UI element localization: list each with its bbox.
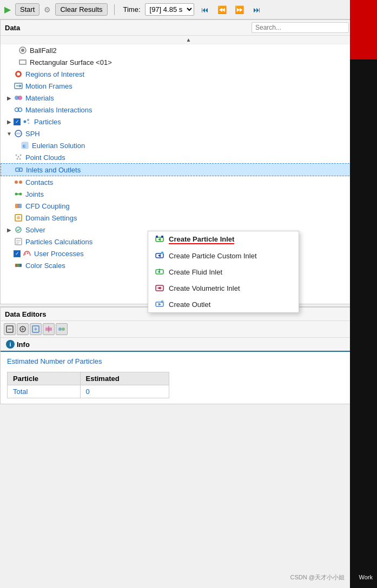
time-label: Time: — [123, 5, 141, 14]
scroll-up-button[interactable]: ▲ — [1, 36, 376, 44]
data-panel-title: Data — [5, 24, 20, 32]
col-header-estimated: Estimated — [80, 372, 169, 385]
watermark: CSDN @天才小小姐 — [290, 573, 345, 582]
tool-btn-2[interactable] — [17, 323, 29, 335]
menu-create-fluid-inlet[interactable]: Create Fluid Inlet — [148, 264, 299, 280]
tree-item-matint[interactable]: Materials Interactions — [1, 104, 376, 116]
tree-item-cfd[interactable]: CFD Coupling — [1, 200, 376, 212]
tool-btn-5[interactable] — [56, 323, 68, 335]
info-icon: i — [6, 340, 15, 349]
table-row: Total 0 — [8, 385, 169, 398]
svg-marker-56 — [158, 303, 161, 306]
particles-label: Particles — [34, 118, 61, 126]
outlet-icon — [155, 299, 164, 309]
colorscales-icon — [14, 260, 23, 270]
tool-btn-1[interactable] — [4, 323, 16, 335]
tree-item-sph[interactable]: ▼ SPH 👁 — [1, 128, 376, 139]
svg-rect-30 — [18, 204, 22, 208]
particles-table: Particle Estimated Total 0 — [7, 372, 169, 398]
tree-item-regions[interactable]: Regions of Interest — [1, 68, 376, 80]
nav-last-button[interactable]: ⏭ — [250, 3, 263, 16]
svg-marker-43 — [158, 238, 161, 241]
point-clouds-icon — [14, 152, 23, 162]
menu-create-particle-custom-inlet[interactable]: + Create Particle Custom Inlet — [148, 248, 299, 264]
svg-point-9 — [18, 96, 22, 100]
solver-expand[interactable]: ▶ — [5, 225, 14, 234]
tree-item-inlets[interactable]: Inlets and Outlets — [1, 163, 376, 176]
point-clouds-label: Point Clouds — [25, 153, 65, 162]
sph-icon — [14, 129, 23, 138]
joints-icon — [14, 189, 23, 199]
menu-create-outlet[interactable]: Create Outlet — [148, 296, 299, 312]
matint-icon — [14, 105, 23, 115]
data-search-input[interactable] — [252, 22, 349, 33]
inlets-label: Inlets and Outlets — [26, 166, 81, 174]
materials-label: Materials — [25, 94, 54, 102]
menu-create-outlet-label: Create Outlet — [169, 300, 210, 309]
svg-text:E: E — [23, 144, 26, 149]
time-select[interactable]: [97] 4.85 s [96] 4.80 s — [145, 3, 194, 16]
motion-icon — [14, 81, 23, 91]
cfd-label: CFD Coupling — [25, 202, 70, 210]
svg-rect-44 — [156, 236, 158, 238]
user-icon — [22, 249, 32, 258]
right-panel — [350, 0, 377, 588]
contacts-expand — [5, 178, 14, 186]
editors-panel: Data Editors ⧉ ✕ i Info Estimated Number… — [0, 306, 377, 404]
svg-point-4 — [17, 72, 20, 76]
separator — [114, 4, 115, 15]
svg-point-18 — [16, 155, 17, 156]
nav-prev-button[interactable]: ⏪ — [216, 3, 229, 16]
svg-rect-41 — [15, 264, 22, 267]
info-tab[interactable]: i Info — [1, 338, 376, 352]
context-menu: Create Particle Inlet + Create Particle … — [148, 231, 299, 313]
table-header-row: Particle Estimated — [8, 372, 169, 385]
tool-btn-4[interactable] — [43, 323, 55, 335]
tree-item-rect-surface[interactable]: Rectangular Surface <01> 👁 — [1, 56, 376, 68]
user-checkbox[interactable]: ✓ — [14, 250, 21, 257]
menu-create-particle-inlet[interactable]: Create Particle Inlet — [148, 231, 299, 248]
motion-label: Motion Frames — [25, 82, 72, 90]
start-button[interactable]: Start — [15, 3, 39, 16]
menu-create-volumetric-inlet-label: Create Volumetric Inlet — [169, 284, 240, 292]
cfd-expand — [5, 202, 14, 210]
svg-marker-7 — [19, 84, 22, 88]
svg-point-57 — [161, 300, 164, 303]
svg-point-26 — [19, 181, 22, 184]
ball-icon — [18, 45, 28, 55]
nav-next-button[interactable]: ⏩ — [233, 3, 246, 16]
particles-checkbox[interactable]: ✓ — [14, 118, 21, 125]
point-clouds-expand — [5, 153, 14, 162]
tree-item-ballfall2[interactable]: BallFall2 👁 — [1, 44, 376, 56]
tree-item-motion[interactable]: Motion Frames — [1, 80, 376, 92]
tree-item-euler[interactable]: E Eulerian Solution 👁 — [1, 139, 376, 151]
rect-surface-label: Rectangular Surface <01> — [30, 58, 112, 66]
calc-icon — [14, 237, 23, 246]
menu-create-volumetric-inlet[interactable]: Create Volumetric Inlet — [148, 280, 299, 296]
tree-item-point-clouds[interactable]: Point Clouds — [1, 151, 376, 163]
nav-first-button[interactable]: ⏮ — [199, 3, 211, 16]
particles-icon — [22, 117, 32, 126]
tree-item-materials[interactable]: ▶ Materials — [1, 92, 376, 104]
editors-content: Estimated Number of Particles Particle E… — [1, 352, 376, 404]
materials-expand[interactable]: ▶ — [5, 93, 14, 102]
data-panel: Data ⧉ ✕ ▲ BallFall2 👁 Rectangular Surfa… — [0, 19, 377, 304]
tree-item-contacts[interactable]: Contacts — [1, 176, 376, 188]
tool-btn-3[interactable] — [30, 323, 42, 335]
info-tab-label: Info — [17, 340, 30, 349]
tree-item-joints[interactable]: Joints — [1, 188, 376, 200]
matint-label: Materials Interactions — [25, 106, 92, 114]
menu-create-fluid-inlet-label: Create Fluid Inlet — [169, 268, 222, 276]
svg-point-19 — [18, 156, 19, 158]
domain-expand — [5, 213, 14, 222]
tree-item-particles[interactable]: ▶ ✓ Particles 👁 — [1, 116, 376, 128]
table-cell-estimated: 0 — [80, 385, 169, 398]
tree-item-domain[interactable]: Domain Settings — [1, 212, 376, 224]
sph-expand[interactable]: ▼ — [5, 129, 14, 138]
svg-point-69 — [62, 328, 65, 331]
main-toolbar: ▶ Start ⚙ Clear Results Time: [97] 4.85 … — [0, 0, 377, 19]
svg-rect-29 — [15, 204, 18, 208]
particles-expand[interactable]: ▶ — [5, 117, 14, 126]
work-label: Work — [357, 573, 375, 582]
clear-results-button[interactable]: Clear Results — [55, 3, 107, 16]
